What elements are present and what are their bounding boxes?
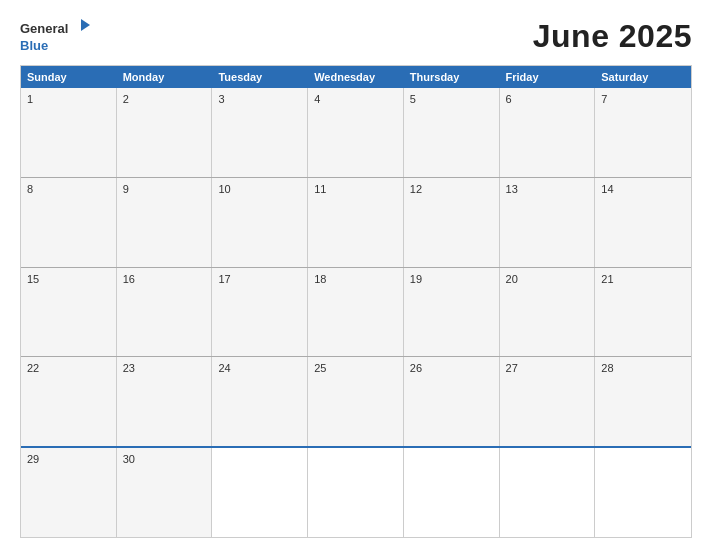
day-16: 16 xyxy=(117,268,213,357)
header-saturday: Saturday xyxy=(595,66,691,88)
day-29: 29 xyxy=(21,448,117,537)
day-6: 6 xyxy=(500,88,596,177)
day-2: 2 xyxy=(117,88,213,177)
header-monday: Monday xyxy=(117,66,213,88)
calendar-body: 1 2 3 4 5 6 7 8 9 10 11 12 13 14 15 16 xyxy=(21,88,691,537)
logo: General Blue xyxy=(20,19,92,53)
day-27: 27 xyxy=(500,357,596,446)
day-12: 12 xyxy=(404,178,500,267)
day-30: 30 xyxy=(117,448,213,537)
calendar-page: General Blue June 2025 Sunday Monday Tue… xyxy=(0,0,712,550)
day-empty-3 xyxy=(404,448,500,537)
day-21: 21 xyxy=(595,268,691,357)
header-wednesday: Wednesday xyxy=(308,66,404,88)
day-22: 22 xyxy=(21,357,117,446)
header-sunday: Sunday xyxy=(21,66,117,88)
day-23: 23 xyxy=(117,357,213,446)
week-row-1: 1 2 3 4 5 6 7 xyxy=(21,88,691,177)
day-26: 26 xyxy=(404,357,500,446)
day-empty-1 xyxy=(212,448,308,537)
day-19: 19 xyxy=(404,268,500,357)
logo-text-general: General xyxy=(20,22,68,36)
day-empty-4 xyxy=(500,448,596,537)
header: General Blue June 2025 xyxy=(20,18,692,55)
header-tuesday: Tuesday xyxy=(212,66,308,88)
day-11: 11 xyxy=(308,178,404,267)
day-14: 14 xyxy=(595,178,691,267)
week-row-5: 29 30 xyxy=(21,446,691,537)
svg-marker-0 xyxy=(81,19,90,31)
logo-text-blue: Blue xyxy=(20,39,48,53)
day-9: 9 xyxy=(117,178,213,267)
week-row-4: 22 23 24 25 26 27 28 xyxy=(21,356,691,446)
day-24: 24 xyxy=(212,357,308,446)
week-row-3: 15 16 17 18 19 20 21 xyxy=(21,267,691,357)
day-28: 28 xyxy=(595,357,691,446)
day-15: 15 xyxy=(21,268,117,357)
day-5: 5 xyxy=(404,88,500,177)
day-17: 17 xyxy=(212,268,308,357)
logo-flag-icon xyxy=(70,17,92,39)
day-20: 20 xyxy=(500,268,596,357)
day-3: 3 xyxy=(212,88,308,177)
header-friday: Friday xyxy=(500,66,596,88)
day-18: 18 xyxy=(308,268,404,357)
day-empty-2 xyxy=(308,448,404,537)
day-7: 7 xyxy=(595,88,691,177)
day-1: 1 xyxy=(21,88,117,177)
header-thursday: Thursday xyxy=(404,66,500,88)
week-row-2: 8 9 10 11 12 13 14 xyxy=(21,177,691,267)
day-10: 10 xyxy=(212,178,308,267)
calendar: Sunday Monday Tuesday Wednesday Thursday… xyxy=(20,65,692,538)
day-25: 25 xyxy=(308,357,404,446)
calendar-title: June 2025 xyxy=(533,18,692,55)
day-4: 4 xyxy=(308,88,404,177)
day-8: 8 xyxy=(21,178,117,267)
calendar-header-row: Sunday Monday Tuesday Wednesday Thursday… xyxy=(21,66,691,88)
day-13: 13 xyxy=(500,178,596,267)
day-empty-5 xyxy=(595,448,691,537)
